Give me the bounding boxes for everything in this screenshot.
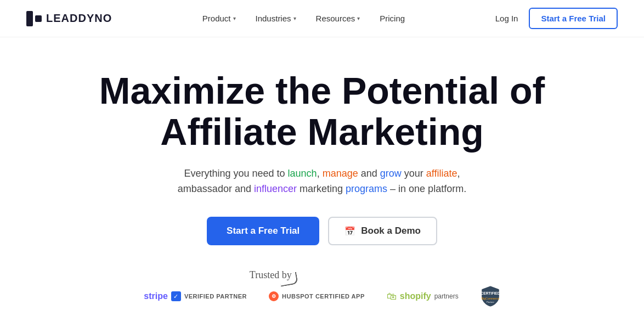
svg-rect-1 [35, 15, 42, 22]
trusted-label: Trusted by [250, 269, 292, 281]
svg-rect-0 [26, 11, 33, 26]
nav-right: Log In Start a Free Trial [495, 8, 618, 29]
shopify-badge: 🛍 shopify partners [387, 291, 459, 302]
nav-item-industries[interactable]: Industries ▾ [248, 9, 304, 27]
svg-text:Partner: Partner [487, 301, 495, 304]
trusted-logos: stripe ✓ VERIFIED PARTNER ⚙ HUBSPOT CERT… [144, 285, 500, 307]
stripe-badge: stripe ✓ VERIFIED PARTNER [144, 291, 247, 301]
calendar-icon: 📅 [344, 226, 355, 236]
nav-link-pricing[interactable]: Pricing [372, 9, 413, 27]
nav-link-resources[interactable]: Resources ▾ [308, 9, 368, 27]
bigcommerce-shield-icon: CERTIFIED BigCommerce Partner [481, 285, 500, 307]
svg-text:CERTIFIED: CERTIFIED [481, 291, 500, 295]
hubspot-badge: ⚙ HUBSPOT CERTIFIED APP [269, 291, 365, 301]
logo-icon [26, 11, 42, 26]
nav-link-product[interactable]: Product ▾ [195, 9, 244, 27]
nav-link-industries[interactable]: Industries ▾ [248, 9, 304, 27]
navbar: LEADDYNO Product ▾ Industries ▾ Resource… [0, 0, 644, 37]
login-link[interactable]: Log In [495, 14, 518, 23]
hero-section: Maximize the Potential of Affiliate Mark… [0, 37, 644, 310]
chevron-down-icon: ▾ [357, 15, 360, 21]
chevron-down-icon: ▾ [293, 15, 296, 21]
nav-links: Product ▾ Industries ▾ Resources ▾ Prici… [195, 9, 413, 27]
hero-subtitle: Everything you need to launch, manage an… [157, 166, 487, 198]
hero-title: Maximize the Potential of Affiliate Mark… [75, 70, 569, 153]
chevron-down-icon: ▾ [233, 15, 236, 21]
hero-buttons: Start a Free Trial 📅 Book a Demo [207, 217, 437, 245]
checkmark-icon: ✓ [171, 291, 181, 301]
nav-item-pricing[interactable]: Pricing [372, 9, 413, 27]
svg-text:BigCommerce: BigCommerce [481, 297, 499, 300]
shopify-icon: 🛍 [387, 291, 397, 302]
bigcommerce-badge: CERTIFIED BigCommerce Partner [481, 285, 500, 307]
logo[interactable]: LEADDYNO [26, 11, 112, 26]
nav-item-resources[interactable]: Resources ▾ [308, 9, 368, 27]
nav-item-product[interactable]: Product ▾ [195, 9, 244, 27]
hero-demo-button[interactable]: 📅 Book a Demo [328, 217, 437, 245]
start-free-trial-button[interactable]: Start a Free Trial [529, 8, 618, 29]
logo-text: LEADDYNO [46, 12, 112, 25]
hero-trial-button[interactable]: Start a Free Trial [207, 217, 319, 245]
hubspot-icon: ⚙ [269, 291, 279, 301]
trusted-section: Trusted by stripe ✓ VERIFIED PARTNER ⚙ H… [144, 269, 500, 310]
